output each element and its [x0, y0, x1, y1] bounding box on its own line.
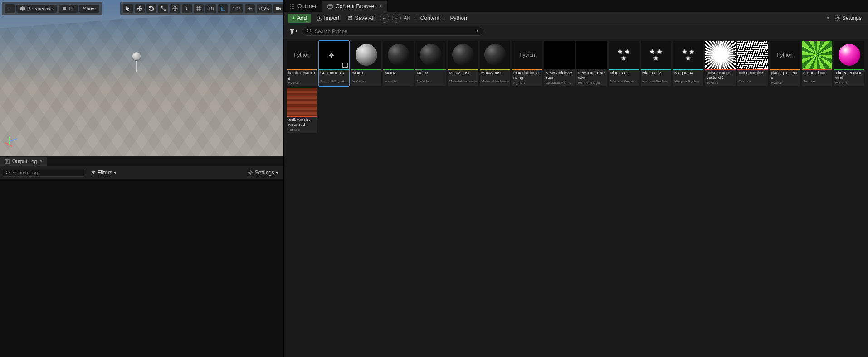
- cb-settings-button[interactable]: Settings: [832, 14, 864, 23]
- asset-tile[interactable]: wall-murals-rustic-red-Texture: [287, 88, 317, 133]
- asset-tile[interactable]: noisemarble3Texture: [737, 41, 768, 86]
- save-all-button[interactable]: Save All: [345, 14, 377, 23]
- asset-name-label: Niagara03: [673, 70, 703, 79]
- output-log-tab[interactable]: Output Log ×: [0, 157, 47, 166]
- content-browser-search[interactable]: ▾: [302, 27, 483, 36]
- chevron-down-icon: ▾: [276, 171, 278, 175]
- outliner-icon: [289, 4, 295, 9]
- nav-back-button[interactable]: ←: [380, 14, 389, 23]
- lit-label: Lit: [68, 6, 74, 11]
- asset-tile[interactable]: texture_iconTexture: [802, 41, 832, 86]
- breadcrumb-python[interactable]: Python: [450, 15, 467, 21]
- rotate-tool-icon[interactable]: [146, 4, 156, 13]
- tab-outliner[interactable]: Outliner: [284, 1, 322, 12]
- right-tabbar: Outliner Content Browser ×: [284, 0, 868, 12]
- filters-button[interactable]: Filters ▾: [88, 168, 119, 177]
- asset-thumbnail: [383, 41, 414, 69]
- chevron-down-icon: ▾: [296, 29, 297, 33]
- log-settings-button[interactable]: Settings ▾: [245, 168, 281, 177]
- asset-tile[interactable]: Pythonbatch_renamingPython: [287, 41, 317, 86]
- filter-button[interactable]: ▾: [288, 28, 299, 35]
- scale-snap-value[interactable]: 0.25: [257, 4, 272, 13]
- output-log-body[interactable]: [0, 179, 283, 357]
- breadcrumb-content[interactable]: Content: [420, 15, 439, 21]
- asset-tile[interactable]: noise-texture-vector-16Texture: [705, 41, 736, 86]
- asset-tile[interactable]: Mat01Material: [351, 41, 381, 86]
- viewport-actor-sphere[interactable]: [132, 52, 141, 60]
- select-tool-icon[interactable]: [123, 4, 133, 13]
- asset-tile[interactable]: Mat02Material: [383, 41, 414, 86]
- viewport-3d[interactable]: ≡ Perspective Lit Show: [0, 0, 283, 156]
- asset-tile[interactable]: TheParentMateiralMaterial: [834, 41, 864, 86]
- asset-tile[interactable]: NewParticleSystemCascade Partic…: [544, 41, 575, 86]
- chevron-down-icon[interactable]: ▾: [477, 29, 478, 33]
- output-log-toolbar: Filters ▾ Settings ▾: [0, 166, 283, 179]
- world-local-icon[interactable]: [170, 4, 180, 13]
- asset-tile[interactable]: Mat02_InstMaterial Instance: [448, 41, 478, 86]
- asset-tile[interactable]: Mat03Material: [415, 41, 446, 86]
- asset-thumbnail: ✥: [319, 41, 349, 69]
- asset-name-label: texture_icon: [802, 70, 832, 79]
- add-button[interactable]: + Add: [288, 14, 311, 23]
- content-browser-search-input[interactable]: [315, 29, 474, 34]
- asset-tile[interactable]: ★ ★ ★ Niagara03Niagara System: [673, 41, 703, 86]
- nav-forward-button[interactable]: →: [392, 14, 401, 23]
- close-icon[interactable]: ×: [379, 3, 382, 10]
- viewport-perspective-button[interactable]: Perspective: [16, 5, 57, 13]
- axis-z-icon: [9, 138, 17, 142]
- asset-tile[interactable]: NewTextureRenderRender Target: [576, 41, 607, 86]
- asset-tile[interactable]: ★ ★ ★ Niagara01Niagara System: [609, 41, 639, 86]
- asset-type-label: Material: [834, 80, 864, 86]
- asset-grid[interactable]: Pythonbatch_renamingPython✥CustomToolsEd…: [284, 38, 868, 357]
- asset-type-label: Material: [415, 79, 446, 85]
- close-icon[interactable]: ×: [39, 158, 43, 164]
- output-log-search-input[interactable]: [12, 170, 81, 175]
- chevron-down-icon: ▾: [114, 171, 116, 175]
- scale-tool-icon[interactable]: [158, 4, 168, 13]
- svg-point-11: [837, 17, 839, 19]
- angle-snap-value[interactable]: 10°: [230, 4, 243, 13]
- camera-speed-icon[interactable]: [273, 4, 283, 13]
- asset-thumbnail: Python: [512, 41, 542, 69]
- asset-type-label: Python: [512, 80, 542, 86]
- axis-x-icon: [5, 142, 13, 147]
- viewport-toolbar-left: ≡ Perspective Lit Show: [2, 2, 102, 15]
- tab-content-browser[interactable]: Content Browser ×: [322, 1, 387, 12]
- asset-type-label: Material Instance: [480, 79, 510, 85]
- viewport-menu-icon[interactable]: ≡: [5, 4, 15, 13]
- asset-name-label: NewTextureRender: [576, 70, 607, 80]
- asset-tile[interactable]: Pythonmaterial_instancingPython: [512, 41, 542, 86]
- scale-snap-icon[interactable]: [245, 4, 255, 13]
- translate-tool-icon[interactable]: [135, 4, 145, 13]
- asset-thumbnail: ★ ★ ★: [641, 41, 671, 69]
- grid-snap-value[interactable]: 10: [205, 4, 216, 13]
- axis-gizmo[interactable]: [4, 137, 19, 152]
- asset-thumbnail: [834, 41, 864, 69]
- viewport-lit-button[interactable]: Lit: [59, 5, 78, 13]
- asset-tile[interactable]: Mat03_InstMaterial Instance: [480, 41, 510, 86]
- asset-thumbnail: [705, 41, 736, 69]
- viewport-show-button[interactable]: Show: [79, 5, 99, 13]
- output-log-panel: Output Log × Filters ▾ Settings: [0, 156, 283, 357]
- angle-snap-icon[interactable]: [218, 4, 228, 13]
- grid-snap-icon[interactable]: [194, 4, 204, 13]
- asset-name-label: Niagara01: [609, 70, 639, 79]
- asset-thumbnail: [415, 41, 446, 69]
- breadcrumb-dropdown-icon[interactable]: ▾: [827, 15, 829, 21]
- content-browser-search-row: ▾ ▾: [284, 24, 868, 38]
- asset-type-label: Texture: [287, 127, 317, 133]
- breadcrumb-all[interactable]: All: [404, 15, 410, 21]
- cb-settings-label: Settings: [842, 15, 862, 21]
- surface-snap-icon[interactable]: [182, 4, 192, 13]
- asset-type-label: Render Target: [576, 80, 607, 86]
- asset-thumbnail: [448, 41, 478, 69]
- asset-tile[interactable]: ★ ★ ★ Niagara02Niagara System: [641, 41, 671, 86]
- tab-outliner-label: Outliner: [297, 3, 317, 10]
- add-label: Add: [297, 15, 307, 21]
- asset-tile[interactable]: Pythonplacing_objectsPython: [770, 41, 800, 86]
- asset-name-label: Mat02_Inst: [448, 70, 478, 79]
- asset-tile[interactable]: ✥CustomToolsEditor Utility Wi…: [319, 41, 349, 86]
- output-log-search[interactable]: [3, 169, 84, 177]
- import-button[interactable]: Import: [314, 14, 342, 23]
- asset-name-label: TheParentMateiral: [834, 70, 864, 80]
